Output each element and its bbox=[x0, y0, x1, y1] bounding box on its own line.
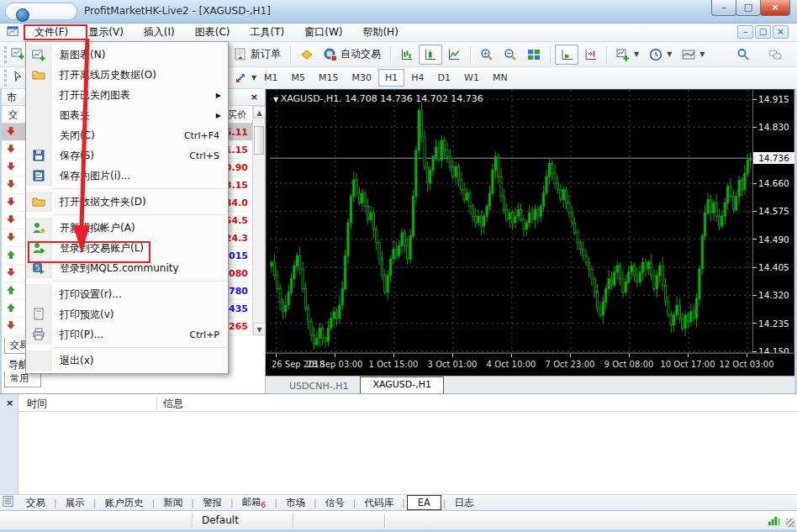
menu-item-label: 开新模拟帐户(A) bbox=[51, 221, 228, 235]
column-divider[interactable] bbox=[156, 396, 157, 410]
terminal-tab-日志[interactable]: 日志 bbox=[448, 496, 481, 510]
market-watch-scrollbar[interactable]: ▲ ▼ bbox=[252, 106, 265, 335]
symbol-column-header[interactable]: 交 bbox=[8, 108, 18, 121]
chart-candles-button[interactable] bbox=[419, 45, 442, 65]
mdi-close-button[interactable]: × bbox=[773, 25, 789, 39]
timeframe-H4[interactable]: H4 bbox=[404, 69, 430, 87]
new-order-button[interactable]: 新订单 bbox=[229, 44, 286, 65]
legend-collapse-icon[interactable]: ▼ bbox=[273, 96, 281, 103]
autotrade-button[interactable]: 自动交易 bbox=[319, 44, 386, 65]
file-menu-item-打开数据文件夹D[interactable]: 打开数据文件夹(D) bbox=[26, 192, 228, 212]
indicators-button[interactable]: ▼ bbox=[611, 45, 644, 65]
terminal-tab-展示[interactable]: 展示 bbox=[59, 496, 92, 510]
mdi-minimize-button[interactable]: – bbox=[737, 25, 753, 39]
chart-bars-button[interactable] bbox=[395, 45, 419, 65]
cursor-tool-icon[interactable] bbox=[11, 70, 24, 86]
timeframe-M1[interactable]: M1 bbox=[257, 69, 285, 87]
minimize-button[interactable]: – bbox=[711, 0, 736, 16]
chart-tab-XAGUSD-,H1[interactable]: XAGUSD-,H1 bbox=[360, 377, 444, 393]
profile-name[interactable]: Default bbox=[202, 514, 239, 526]
panel-close-icon[interactable]: × bbox=[251, 92, 258, 103]
terminal-side-strip: × bbox=[0, 394, 18, 495]
file-menu-item-图表夹[interactable]: 图表夹▶ bbox=[26, 105, 228, 125]
toolbar-separator bbox=[470, 46, 471, 63]
bid-column-header[interactable]: 买价 bbox=[228, 108, 246, 121]
toolbar-drag-handle[interactable] bbox=[4, 46, 7, 63]
file-menu-item-新图表N[interactable]: 新图表(N) bbox=[26, 45, 228, 65]
scroll-down-icon[interactable]: ▼ bbox=[253, 323, 266, 335]
mdi-restore-button[interactable]: □ bbox=[755, 25, 771, 39]
menu-插入I[interactable]: 插入(I) bbox=[134, 24, 185, 41]
file-menu-item-打印P[interactable]: 打印(P)...Ctrl+P bbox=[26, 324, 228, 345]
terminal-close-icon[interactable]: × bbox=[6, 398, 13, 408]
time-axis[interactable]: 26 Sep 201828 Sep 03:001 Oct 15:003 Oct … bbox=[266, 353, 794, 376]
menu-帮助H[interactable]: 帮助(H) bbox=[352, 24, 408, 41]
terminal-tab-代码库[interactable]: 代码库 bbox=[357, 496, 400, 510]
file-menu-item-退出x[interactable]: 退出(x) bbox=[26, 350, 228, 371]
terminal-tab-信号[interactable]: 信号 bbox=[319, 496, 351, 510]
zoom-in-button[interactable] bbox=[475, 45, 499, 65]
file-menu-item-打印预览v[interactable]: 打印预览(v) bbox=[26, 304, 228, 324]
terminal-tab-交易[interactable]: 交易 bbox=[19, 496, 52, 510]
tile-windows-button[interactable] bbox=[522, 45, 546, 65]
quick-nav-icon[interactable] bbox=[2, 495, 14, 510]
time-tick bbox=[629, 354, 630, 357]
price-label: 14.490 bbox=[758, 234, 789, 245]
timeframe-M30[interactable]: M30 bbox=[346, 69, 379, 87]
chart-line-button[interactable] bbox=[442, 45, 466, 65]
menu-窗口W[interactable]: 窗口(W) bbox=[294, 24, 352, 41]
chart-tab-USDCNH-,H1[interactable]: USDCNH-,H1 bbox=[277, 379, 360, 393]
chat-button[interactable] bbox=[763, 45, 787, 65]
timeframe-M5[interactable]: M5 bbox=[285, 69, 313, 87]
price-tick bbox=[752, 351, 757, 352]
file-menu-item-保存S[interactable]: 保存(S)Ctrl+S bbox=[26, 145, 228, 166]
menu-工具T[interactable]: 工具(T) bbox=[240, 24, 295, 41]
dropdown-caret-icon[interactable]: ▼ bbox=[667, 50, 672, 58]
dropdown-caret-icon[interactable]: ▼ bbox=[634, 50, 639, 58]
time-tick bbox=[570, 354, 571, 357]
file-menu-item-打开已关闭图表[interactable]: 打开已关闭图表▶ bbox=[26, 85, 228, 105]
timeframe-M15[interactable]: M15 bbox=[312, 69, 346, 87]
dropdown-caret-icon[interactable]: ▼ bbox=[251, 74, 256, 82]
chart-canvas[interactable]: ▼ XAGUSD-,H1. 14.708 14.736 14.702 14.73… bbox=[266, 89, 794, 353]
terminal-tab-账户历史[interactable]: 账户历史 bbox=[98, 496, 150, 510]
timeframe-W1[interactable]: W1 bbox=[457, 69, 486, 87]
file-menu-item-关闭C[interactable]: 关闭(C)Ctrl+F4 bbox=[26, 125, 228, 145]
file-menu-item-开新模拟帐户A[interactable]: 开新模拟帐户(A) bbox=[26, 218, 228, 238]
zoom-out-button[interactable] bbox=[499, 45, 522, 65]
message-column-header[interactable]: 信息 bbox=[163, 397, 183, 411]
terminal-tab-警报[interactable]: 警报 bbox=[196, 496, 229, 510]
menu-item-label: 保存为图片(i)... bbox=[51, 169, 228, 183]
scroll-up-icon[interactable]: ▲ bbox=[253, 106, 266, 119]
close-button[interactable]: × bbox=[760, 0, 790, 16]
new-chart-toolbar-icon[interactable] bbox=[11, 46, 24, 62]
resize-grip[interactable] bbox=[786, 519, 794, 527]
timeframe-MN[interactable]: MN bbox=[486, 69, 515, 87]
empty-icon bbox=[26, 284, 51, 304]
file-menu-item-打印设置r[interactable]: 打印设置(r)... bbox=[26, 284, 228, 304]
profile-badge-button[interactable] bbox=[295, 45, 319, 65]
timeframe-H1[interactable]: H1 bbox=[378, 69, 404, 87]
terminal-tab-市场[interactable]: 市场 bbox=[279, 496, 312, 510]
file-menu-item-打开离线历史数据O[interactable]: 打开离线历史数据(O) bbox=[26, 65, 228, 85]
templates-button[interactable]: ▼ bbox=[677, 45, 710, 65]
restore-button[interactable]: □ bbox=[736, 0, 761, 16]
search-button[interactable] bbox=[731, 45, 755, 65]
periods-clock-button[interactable]: ▼ bbox=[644, 45, 677, 65]
time-column-header[interactable]: 时间 bbox=[27, 397, 47, 411]
menu-shortcut: Ctrl+S bbox=[189, 150, 219, 161]
terminal-tab-新闻[interactable]: 新闻 bbox=[156, 496, 189, 510]
dropdown-caret-icon[interactable]: ▼ bbox=[699, 50, 705, 58]
terminal-tab-EA[interactable]: EA bbox=[407, 495, 441, 510]
submenu-arrow-icon: ▶ bbox=[216, 92, 221, 99]
auto-scroll-button[interactable] bbox=[555, 45, 578, 65]
file-menu-item-保存为图片i[interactable]: 保存为图片(i)... bbox=[26, 166, 228, 186]
chart-shift-button[interactable] bbox=[578, 45, 602, 65]
menu-图表C[interactable]: 图表(C) bbox=[185, 24, 240, 41]
scrollbar-thumb[interactable] bbox=[254, 126, 264, 155]
terminal-tab-邮箱[interactable]: 邮箱6 bbox=[235, 495, 273, 510]
toolbar-drag-handle[interactable] bbox=[4, 70, 7, 87]
mdi-window-buttons: –□× bbox=[737, 25, 789, 39]
timeframe-D1[interactable]: D1 bbox=[431, 69, 457, 87]
app-logo-pill[interactable] bbox=[5, 3, 77, 20]
